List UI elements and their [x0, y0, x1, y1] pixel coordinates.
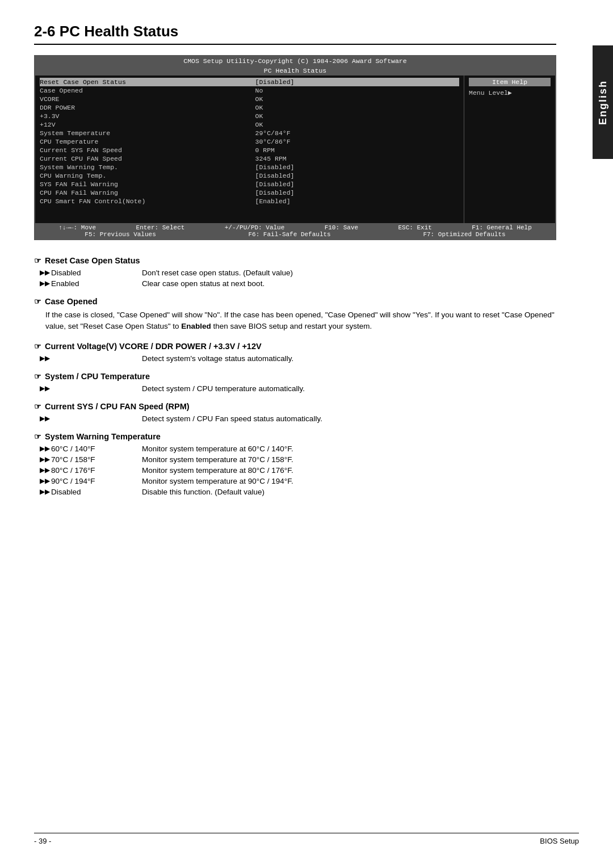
bios-footer-enter: Enter: Select	[136, 224, 185, 231]
bios-screenshot: CMOS Setup Utility-Copyright (C) 1984-20…	[34, 55, 556, 240]
sub-item-system-cpu-temp-0: ▶▶Detect system / CPU temperature automa…	[40, 384, 556, 393]
bios-footer-help: F1: General Help	[472, 224, 532, 231]
bios-row-0: Reset Case Open Status[Disabled]	[40, 78, 459, 86]
sub-item-reset-case-0: ▶▶DisabledDon't reset case open status. …	[40, 269, 556, 277]
bios-row-9: Current CPU FAN Speed3245 RPM	[40, 154, 459, 163]
sub-item-arrow-fan-speed-0: ▶▶	[40, 414, 51, 423]
sub-item-label-sys-warning-temp-0: 60°C / 140°F	[51, 445, 142, 453]
sub-item-label-reset-case-1: Enabled	[51, 279, 142, 288]
section-title-reset-case: Reset Case Open Status	[34, 256, 556, 265]
bios-row-label-2: VCORE	[40, 95, 244, 103]
bios-row-11: CPU Warning Temp.[Disabled]	[40, 171, 459, 180]
bios-row-value-8: 0 RPM	[244, 146, 460, 154]
sub-item-label-sys-warning-temp-1: 70°C / 158°F	[51, 455, 142, 464]
sub-item-arrow-sys-warning-temp-1: ▶▶	[40, 455, 51, 464]
sub-item-arrow-sys-warning-temp-2: ▶▶	[40, 466, 51, 475]
bios-row-label-14: CPU Smart FAN Control(Note)	[40, 198, 244, 205]
section-body-system-cpu-temp: ▶▶Detect system / CPU temperature automa…	[40, 384, 556, 393]
sub-item-desc-current-voltage-0: Detect system's voltage status automatic…	[142, 354, 556, 363]
bios-help-text: Menu Level▶	[469, 89, 551, 97]
bottom-bios-setup: BIOS Setup	[540, 837, 579, 845]
page-title: 2-6 PC Health Status	[34, 23, 556, 45]
bios-row-7: CPU Temperature30°C/86°F	[40, 137, 459, 146]
sub-item-desc-sys-warning-temp-2: Monitor system temperature at 80°C / 176…	[142, 466, 556, 475]
sub-item-desc-fan-speed-0: Detect system / CPU Fan speed status aut…	[142, 414, 556, 423]
sub-item-current-voltage-0: ▶▶Detect system's voltage status automat…	[40, 354, 556, 363]
bios-row-label-9: Current CPU FAN Speed	[40, 155, 244, 162]
bios-footer-value: +/-/PU/PD: Value	[225, 224, 285, 231]
bios-row-value-7: 30°C/86°F	[244, 138, 460, 145]
sub-item-arrow-sys-warning-temp-4: ▶▶	[40, 488, 51, 496]
sub-item-label-sys-warning-temp-2: 80°C / 176°F	[51, 466, 142, 475]
bios-footer-optimized: F7: Optimized Defaults	[423, 231, 505, 238]
bios-row-value-10: [Disabled]	[244, 163, 460, 171]
bios-row-2: VCOREOK	[40, 95, 459, 103]
section-system-cpu-temp: System / CPU Temperature▶▶Detect system …	[34, 372, 556, 393]
bios-row-label-6: System Temperature	[40, 129, 244, 137]
section-body-sys-warning-temp: ▶▶60°C / 140°FMonitor system temperature…	[40, 445, 556, 496]
sub-item-fan-speed-0: ▶▶Detect system / CPU Fan speed status a…	[40, 414, 556, 423]
bios-row-value-3: OK	[244, 104, 460, 111]
bios-row-label-12: SYS FAN Fail Warning	[40, 181, 244, 188]
sub-item-arrow-system-cpu-temp-0: ▶▶	[40, 384, 51, 393]
bios-row-3: DDR POWEROK	[40, 103, 459, 112]
sub-item-label-system-cpu-temp-0	[51, 384, 142, 393]
section-title-system-cpu-temp: System / CPU Temperature	[34, 372, 556, 381]
bios-row-12: SYS FAN Fail Warning[Disabled]	[40, 180, 459, 188]
bios-row-label-3: DDR POWER	[40, 104, 244, 111]
section-sys-warning-temp: System Warning Temperature▶▶60°C / 140°F…	[34, 432, 556, 496]
bios-row-label-5: +12V	[40, 121, 244, 128]
bios-row-value-11: [Disabled]	[244, 172, 460, 179]
sub-item-arrow-sys-warning-temp-0: ▶▶	[40, 445, 51, 453]
sub-item-desc-sys-warning-temp-4: Disable this function. (Default value)	[142, 488, 556, 496]
bottom-page-number: - 39 -	[34, 837, 51, 845]
bios-row-value-4: OK	[244, 112, 460, 120]
bios-help-panel: Item Help Menu Level▶	[464, 76, 555, 223]
bios-row-value-14: [Enabled]	[244, 198, 460, 205]
bios-footer-row1: ↑↓→←: Move Enter: Select +/-/PU/PD: Valu…	[39, 224, 552, 231]
sub-item-desc-reset-case-0: Don't reset case open status. (Default v…	[142, 269, 556, 277]
sub-item-label-current-voltage-0	[51, 354, 142, 363]
section-title-fan-speed: Current SYS / CPU FAN Speed (RPM)	[34, 402, 556, 411]
bios-row-label-0: Reset Case Open Status	[40, 78, 244, 86]
english-tab: English	[593, 45, 613, 159]
bios-row-label-7: CPU Temperature	[40, 138, 244, 145]
bios-row-label-11: CPU Warning Temp.	[40, 172, 244, 179]
section-title-case-opened: Case Opened	[34, 297, 556, 306]
section-body-case-opened: If the case is closed, "Case Opened" wil…	[40, 309, 556, 333]
sub-item-desc-system-cpu-temp-0: Detect system / CPU temperature automati…	[142, 384, 556, 393]
section-body-reset-case: ▶▶DisabledDon't reset case open status. …	[40, 269, 556, 288]
section-title-sys-warning-temp: System Warning Temperature	[34, 432, 556, 441]
bios-row-10: System Warning Temp.[Disabled]	[40, 163, 459, 171]
bios-help-title: Item Help	[469, 78, 551, 86]
sub-item-desc-reset-case-1: Clear case open status at next boot.	[142, 279, 556, 288]
sub-item-label-sys-warning-temp-4: Disabled	[51, 488, 142, 496]
bios-main-panel: Reset Case Open Status[Disabled]Case Ope…	[35, 76, 464, 223]
bios-row-value-12: [Disabled]	[244, 181, 460, 188]
bios-footer: ↑↓→←: Move Enter: Select +/-/PU/PD: Valu…	[35, 223, 555, 239]
section-current-voltage: Current Voltage(V) VCORE / DDR POWER / +…	[34, 342, 556, 363]
bios-row-6: System Temperature29°C/84°F	[40, 129, 459, 137]
bios-row-value-6: 29°C/84°F	[244, 129, 460, 137]
bios-footer-prev: F5: Previous Values	[85, 231, 156, 238]
bios-row-value-0: [Disabled]	[244, 78, 460, 86]
bios-row-value-1: No	[244, 87, 460, 94]
bios-footer-save: F10: Save	[325, 224, 358, 231]
bios-row-label-4: +3.3V	[40, 112, 244, 120]
bios-footer-move: ↑↓→←: Move	[58, 224, 96, 231]
sub-item-sys-warning-temp-1: ▶▶70°C / 158°FMonitor system temperature…	[40, 455, 556, 464]
sub-item-label-sys-warning-temp-3: 90°C / 194°F	[51, 477, 142, 485]
sub-item-sys-warning-temp-2: ▶▶80°C / 176°FMonitor system temperature…	[40, 466, 556, 475]
bios-row-8: Current SYS FAN Speed0 RPM	[40, 146, 459, 154]
sub-item-arrow-current-voltage-0: ▶▶	[40, 354, 51, 363]
sub-item-sys-warning-temp-4: ▶▶DisabledDisable this function. (Defaul…	[40, 488, 556, 496]
sections-container: Reset Case Open Status▶▶DisabledDon't re…	[34, 256, 556, 496]
sub-item-arrow-reset-case-1: ▶▶	[40, 279, 51, 288]
sub-item-sys-warning-temp-0: ▶▶60°C / 140°FMonitor system temperature…	[40, 445, 556, 453]
main-content: 2-6 PC Health Status CMOS Setup Utility-…	[34, 23, 579, 496]
sub-item-sys-warning-temp-3: ▶▶90°C / 194°FMonitor system temperature…	[40, 477, 556, 485]
sub-item-reset-case-1: ▶▶EnabledClear case open status at next …	[40, 279, 556, 288]
sub-item-label-reset-case-0: Disabled	[51, 269, 142, 277]
bios-row-5: +12VOK	[40, 120, 459, 129]
bios-row-1: Case OpenedNo	[40, 86, 459, 95]
